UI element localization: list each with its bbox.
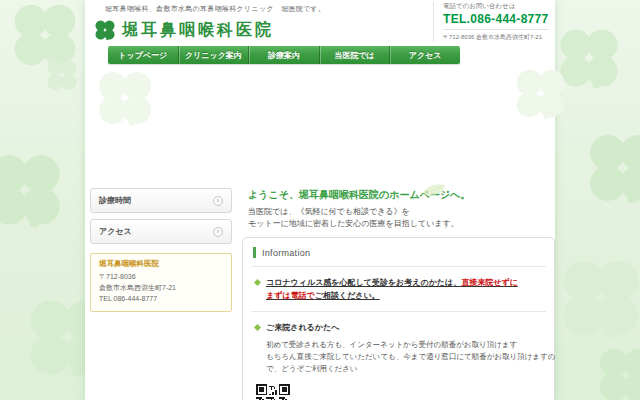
clinic-card-tel: TEL 086-444-8777: [99, 293, 223, 304]
site-container: 堀耳鼻咽喉科、倉敷市水島の耳鼻咽喉科クリニック 堀医院です。 堀耳鼻咽喉科医院 …: [85, 0, 555, 400]
visitors-line: もちろん直接ご来院していただいても、今まで通り窓口にて順番がお取り頂けますので、…: [266, 352, 555, 373]
notice-segment-red: まずは電話で: [266, 291, 315, 300]
main-nav: トップページ クリニック案内 診療案内 当医院では アクセス: [108, 46, 460, 64]
contact-phone: TEL.086-444-8777: [443, 12, 549, 26]
leaf-decoration-icon: [421, 180, 447, 200]
clinic-card-postal: 〒712-8036: [99, 271, 223, 282]
clover-logo-icon: [94, 19, 116, 41]
header-contact: 電話でのお問い合わせは TEL.086-444-8777 〒712-8036 倉…: [433, 2, 549, 42]
clover-watermark-icon: [585, 130, 640, 206]
information-header: Information: [253, 247, 544, 258]
sidebar-button-label: アクセス: [99, 226, 132, 237]
notice-segment: ご相談ください。: [315, 291, 380, 300]
information-panel: Information コロナウィルス感を心配して受診をお考えのかたは、直接来院…: [242, 237, 555, 400]
intro-text: 当医院では、《気軽に何でも相談できる》を モットーに地域に密着した安心の医療を目…: [248, 206, 459, 230]
arrow-circle-icon: ›: [213, 196, 223, 206]
intro-line: モットーに地域に密着した安心の医療を目指しています。: [248, 219, 459, 228]
qr-code: [256, 384, 290, 400]
visitors-heading: ご来院されるかたへ: [266, 322, 339, 333]
clinic-card-name: 堀耳鼻咽喉科医院: [99, 259, 223, 269]
arrow-circle-icon: ›: [213, 227, 223, 237]
clinic-info-card: 堀耳鼻咽喉科医院 〒712-8036 倉敷市水島西弥生町7-21 TEL 086…: [90, 253, 232, 312]
sidebar-button-access[interactable]: アクセス ›: [90, 219, 232, 244]
intro-line: 当医院では、《気軽に何でも相談できる》を: [248, 207, 410, 216]
divider: [251, 311, 546, 312]
page-background: 堀耳鼻咽喉科、倉敷市水島の耳鼻咽喉科クリニック 堀医院です。 堀耳鼻咽喉科医院 …: [0, 0, 640, 400]
clover-watermark-icon: [45, 58, 79, 92]
site-tagline: 堀耳鼻咽喉科、倉敷市水島の耳鼻咽喉科クリニック 堀医院です。: [105, 4, 325, 14]
covid-notice-link[interactable]: コロナウィルス感を心配して受診をお考えのかたは、直接来院せずに まずは電話でご相…: [266, 277, 518, 303]
information-title: Information: [262, 248, 310, 258]
nav-item-clinic-info[interactable]: クリニック案内: [178, 46, 249, 64]
sidebar-button-hours[interactable]: 診療時間 ›: [90, 188, 232, 213]
clover-watermark-icon: [0, 150, 65, 230]
contact-address: 〒712-8036 倉敷市水島西弥生町7-21: [443, 29, 549, 42]
nav-item-access[interactable]: アクセス: [389, 46, 460, 64]
green-bar-icon: [253, 247, 256, 258]
clover-watermark-icon: [556, 25, 622, 91]
visitors-text: 初めて受診される方も、インターネットから受付の順番がお取り頂けます もちろん直接…: [266, 339, 556, 375]
diamond-bullet-icon: [254, 279, 261, 286]
visitors-line: 初めて受診される方も、インターネットから受付の順番がお取り頂けます: [266, 340, 517, 349]
diamond-bullet-icon: [254, 324, 261, 331]
contact-label: 電話でのお問い合わせは: [443, 2, 549, 11]
nav-item-medical-guide[interactable]: 診療案内: [248, 46, 319, 64]
clover-watermark-icon: [596, 345, 640, 400]
site-title: 堀耳鼻咽喉科医院: [122, 20, 274, 41]
clover-watermark-icon: [10, 0, 80, 70]
nav-item-top[interactable]: トップページ: [108, 46, 178, 64]
clover-watermark-icon: [95, 68, 155, 128]
divider: [251, 266, 546, 267]
visitors-item: ご来院されるかたへ: [255, 322, 542, 333]
site-logo[interactable]: 堀耳鼻咽喉科医院: [94, 19, 274, 41]
notice-segment-red: 直接来院せずに: [461, 278, 518, 287]
sidebar-button-label: 診療時間: [99, 195, 131, 206]
notice-segment: コロナウィルス感を心配して受診をお考えのかたは、: [266, 278, 461, 287]
clover-watermark-icon: [558, 255, 640, 341]
nav-item-about[interactable]: 当医院では: [319, 46, 390, 64]
clover-watermark-icon: [513, 66, 568, 121]
clinic-card-address: 倉敷市水島西弥生町7-21: [99, 282, 223, 293]
covid-notice-item: コロナウィルス感を心配して受診をお考えのかたは、直接来院せずに まずは電話でご相…: [255, 277, 542, 303]
